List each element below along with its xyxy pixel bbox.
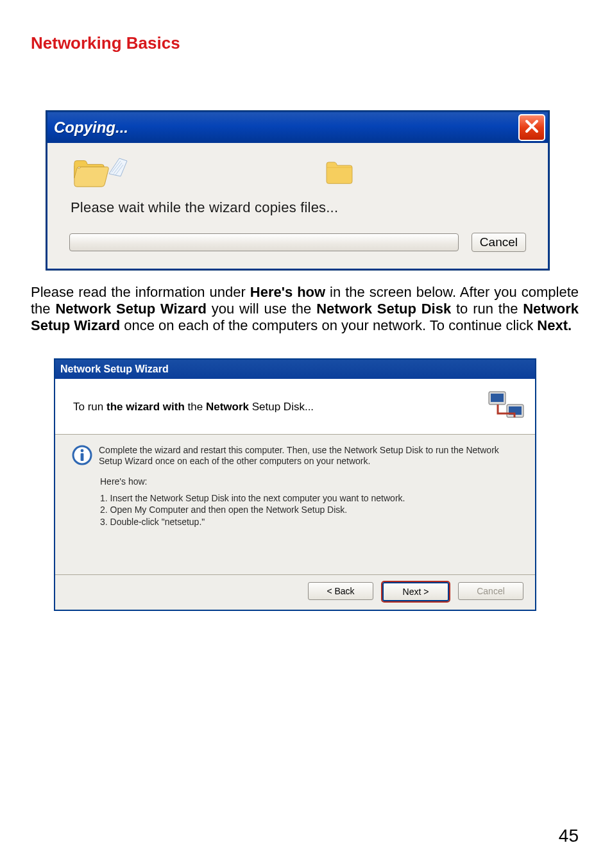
- wizard-header-bold: Network: [206, 401, 249, 413]
- close-button[interactable]: [518, 114, 545, 141]
- wizard-steps: 1. Insert the Network Setup Disk into th…: [100, 493, 518, 528]
- wizard-header-part: Setup Disk...: [249, 401, 314, 413]
- wizard-header: To run the wizard with the Network Setup…: [55, 379, 535, 435]
- folder-closed-icon: [323, 157, 355, 189]
- close-icon: [525, 119, 539, 136]
- wizard-cancel-button[interactable]: Cancel: [458, 582, 523, 600]
- wizard-header-part: To run: [73, 401, 106, 413]
- svg-point-5: [81, 449, 84, 452]
- wizard-step: 1. Insert the Network Setup Disk into th…: [100, 493, 518, 505]
- para-text: Please read the information under: [31, 284, 250, 300]
- wizard-footer: < Back Next > Cancel: [55, 574, 535, 610]
- copying-wait-text: Please wait while the wizard copies file…: [71, 199, 526, 216]
- svg-rect-6: [81, 453, 84, 461]
- wizard-content: Complete the wizard and restart this com…: [55, 435, 535, 575]
- heres-how-label: Here's how:: [100, 476, 518, 487]
- back-button[interactable]: < Back: [308, 582, 373, 600]
- progress-bar: [69, 233, 459, 251]
- info-icon: [72, 445, 92, 467]
- wizard-titlebar: Network Setup Wizard: [55, 360, 535, 379]
- wizard-title: Network Setup Wizard: [60, 363, 169, 375]
- cancel-button[interactable]: Cancel: [472, 233, 526, 252]
- wizard-step: 3. Double-click "netsetup.": [100, 517, 518, 528]
- page-number: 45: [559, 826, 579, 846]
- para-text: once on each of the computers on your ne…: [120, 317, 537, 333]
- network-setup-wizard-dialog: Network Setup Wizard To run the wizard w…: [54, 358, 536, 612]
- back-button-label: < Back: [327, 586, 354, 596]
- wizard-header-part: the: [185, 401, 206, 413]
- copying-dialog: Copying...: [46, 111, 549, 270]
- svg-rect-1: [491, 394, 504, 402]
- wizard-cancel-label: Cancel: [477, 586, 505, 596]
- para-text: you will use the: [207, 301, 316, 317]
- para-bold: Next.: [537, 317, 572, 333]
- para-bold: Network Setup Disk: [316, 301, 451, 317]
- instruction-paragraph: Please read the information under Here's…: [31, 284, 579, 334]
- copying-title: Copying...: [54, 119, 128, 137]
- wizard-header-bold: the wizard with: [106, 401, 185, 413]
- copying-titlebar: Copying...: [47, 112, 548, 143]
- folder-open-icon: [72, 155, 109, 191]
- next-button[interactable]: Next >: [382, 582, 449, 601]
- next-button-label: Next >: [403, 587, 429, 597]
- page-heading: Networking Basics: [31, 33, 581, 53]
- para-bold: Network Setup Wizard: [55, 301, 206, 317]
- wizard-info-text: Complete the wizard and restart this com…: [99, 445, 518, 467]
- para-text: to run the: [451, 301, 523, 317]
- wizard-header-text: To run the wizard with the Network Setup…: [73, 401, 314, 413]
- para-bold: Here's how: [250, 284, 325, 300]
- flying-document-icon: [110, 154, 131, 192]
- network-wizard-icon: [486, 388, 526, 426]
- wizard-step: 2. Open My Computer and then open the Ne…: [100, 505, 518, 516]
